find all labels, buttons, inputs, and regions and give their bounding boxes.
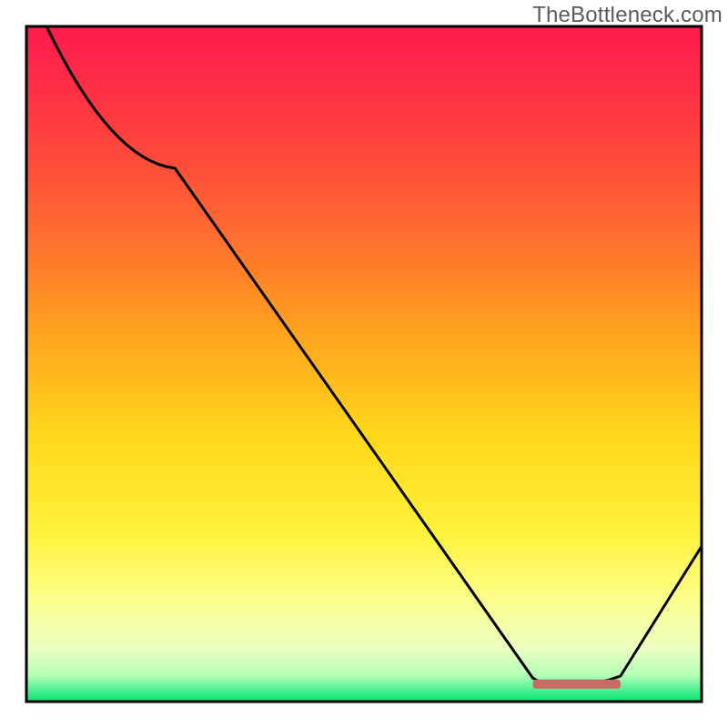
chart-container: TheBottleneck.com	[0, 0, 728, 728]
bottleneck-chart	[0, 0, 728, 728]
optimal-range-marker	[533, 680, 621, 689]
plot-background	[26, 26, 702, 702]
watermark-text: TheBottleneck.com	[532, 2, 723, 27]
